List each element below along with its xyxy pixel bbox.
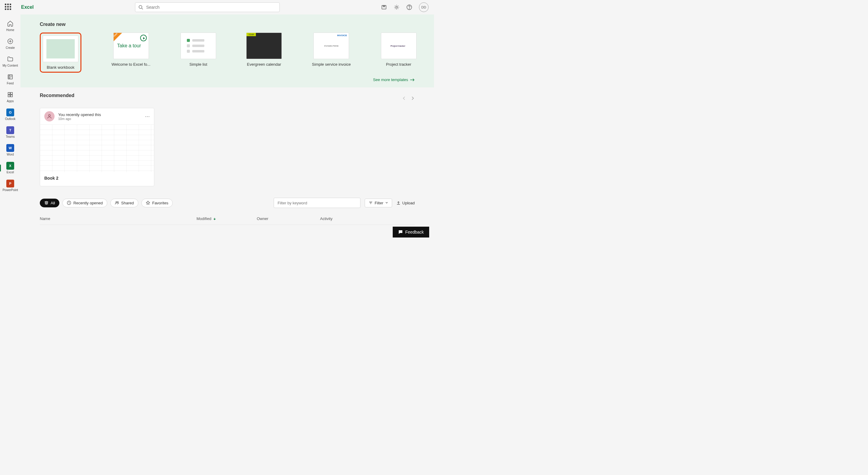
button-label: Filter — [375, 201, 383, 205]
template-project-tracker[interactable]: Project tracker Project tracker — [381, 33, 416, 73]
upload-icon — [396, 201, 401, 205]
template-label: Evergreen calendar — [247, 62, 281, 67]
filter-input[interactable] — [274, 198, 361, 208]
star-icon — [146, 201, 150, 205]
rail-powerpoint[interactable]: P PowerPoint — [1, 178, 19, 194]
template-welcome-tour[interactable]: Take a tour Welcome to Excel fo... — [112, 33, 150, 73]
top-icons: DD — [381, 2, 429, 12]
settings-icon[interactable] — [394, 4, 400, 10]
chat-icon — [398, 230, 403, 234]
col-owner[interactable]: Owner — [257, 216, 320, 221]
apps-icon — [6, 90, 14, 99]
pill-label: All — [51, 201, 55, 205]
invoice-title: INVOICE — [337, 34, 347, 37]
pill-label: Favorites — [152, 201, 168, 205]
rail-label: Feed — [7, 82, 14, 85]
app-launcher-icon[interactable] — [5, 4, 12, 11]
files-section: All Recently opened Shared Favorites — [21, 192, 434, 231]
rail-create[interactable]: Create — [1, 35, 19, 52]
filter-icon — [369, 201, 373, 205]
upload-button[interactable]: Upload — [396, 201, 415, 205]
outlook-icon: O — [6, 108, 14, 117]
help-icon[interactable] — [406, 4, 412, 10]
template-blank-workbook[interactable]: Blank workbook — [43, 36, 79, 70]
col-name[interactable]: Name — [40, 216, 196, 221]
svg-point-18 — [49, 115, 50, 116]
svg-point-3 — [396, 6, 398, 8]
svg-point-5 — [409, 8, 409, 9]
card-line1: You recently opened this — [58, 113, 141, 117]
pill-label: Shared — [121, 201, 134, 205]
calendar-year-badge: YEAR — [247, 33, 256, 36]
rail-my-content[interactable]: My Content — [1, 53, 19, 70]
pill-label: Recently opened — [73, 201, 103, 205]
more-icon[interactable]: ⋯ — [145, 114, 150, 119]
rail-label: PowerPoint — [2, 188, 18, 192]
chevron-right-icon[interactable] — [410, 96, 415, 100]
template-label: Simple service invoice — [312, 62, 351, 67]
template-label: Welcome to Excel fo... — [112, 62, 150, 67]
template-simple-list[interactable]: Simple list — [181, 33, 216, 73]
account-avatar[interactable]: DD — [419, 2, 429, 12]
svg-point-20 — [116, 202, 117, 203]
rail-feed[interactable]: Feed — [1, 71, 19, 87]
rail-apps[interactable]: Apps — [1, 89, 19, 105]
tour-text: Take a tour — [114, 43, 149, 49]
rail-label: Word — [7, 153, 14, 156]
rail-excel[interactable]: X Excel — [1, 160, 19, 176]
rail-label: Apps — [7, 99, 14, 103]
pill-favorites[interactable]: Favorites — [141, 199, 173, 208]
rail-word[interactable]: W Word — [1, 142, 19, 159]
rail-label: Home — [6, 28, 14, 32]
rail-outlook[interactable]: O Outlook — [1, 106, 19, 123]
link-text: See more templates — [373, 77, 408, 82]
rail-home[interactable]: Home — [1, 18, 19, 34]
search-input[interactable] — [146, 5, 276, 10]
template-evergreen-calendar[interactable]: YEAR Evergreen calendar — [246, 33, 282, 73]
template-service-invoice[interactable]: [Company Name] INVOICE Simple service in… — [312, 33, 351, 73]
recommended-card[interactable]: You recently opened this 10m ago ⋯ Book … — [40, 108, 154, 186]
card-filename: Book 2 — [40, 172, 154, 186]
rail-label: Create — [6, 46, 15, 50]
people-icon — [115, 201, 119, 205]
search-icon — [138, 5, 143, 10]
search-wrap — [34, 2, 381, 12]
pill-recently-opened[interactable]: Recently opened — [62, 199, 107, 208]
see-more-templates-link[interactable]: See more templates — [40, 77, 415, 82]
create-section: Create new Blank workbook Take a tour We… — [21, 14, 434, 87]
brand-label: Excel — [21, 4, 34, 10]
rail-label: Outlook — [5, 117, 16, 121]
main-content: Create new Blank workbook Take a tour We… — [21, 14, 434, 238]
recommended-title: Recommended — [40, 93, 74, 98]
excel-icon: X — [6, 162, 14, 170]
toolbar-right: Filter Upload — [274, 198, 415, 208]
col-activity[interactable]: Activity — [320, 216, 415, 221]
template-thumb — [43, 36, 79, 62]
chevron-left-icon[interactable] — [402, 96, 406, 100]
sort-down-icon — [213, 217, 216, 220]
create-icon — [6, 37, 14, 45]
template-thumb: YEAR — [246, 33, 282, 59]
highlighted-template: Blank workbook — [40, 33, 82, 73]
person-icon — [44, 111, 55, 122]
svg-line-1 — [142, 8, 143, 9]
filter-button[interactable]: Filter — [365, 199, 392, 208]
create-title: Create new — [40, 22, 415, 27]
premium-icon[interactable] — [381, 4, 387, 10]
pill-all[interactable]: All — [40, 199, 59, 208]
col-modified[interactable]: Modified — [196, 216, 257, 221]
search-box[interactable] — [135, 2, 280, 12]
rail-teams[interactable]: T Teams — [1, 124, 19, 141]
template-label: Project tracker — [386, 62, 411, 67]
arrow-right-icon — [410, 78, 415, 82]
feedback-label: Feedback — [405, 230, 424, 234]
new-ribbon-icon — [114, 33, 122, 41]
templates-row: Blank workbook Take a tour Welcome to Ex… — [40, 33, 415, 73]
feedback-button[interactable]: Feedback — [393, 227, 429, 238]
pill-shared[interactable]: Shared — [110, 199, 138, 208]
template-thumb — [181, 33, 216, 59]
powerpoint-icon: P — [6, 179, 14, 188]
svg-rect-14 — [10, 93, 12, 94]
column-headers: Name Modified Owner Activity — [40, 216, 415, 225]
svg-rect-10 — [9, 75, 10, 78]
